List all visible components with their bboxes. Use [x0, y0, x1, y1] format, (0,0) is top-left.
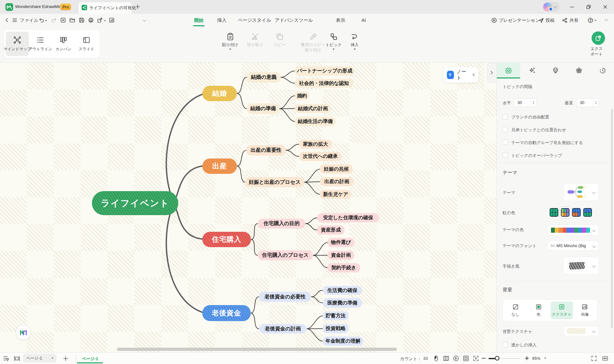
theme-color-dropdown[interactable]: [547, 225, 599, 235]
stepper-arrows[interactable]: ▲▼: [593, 99, 599, 107]
bg-color-option[interactable]: 色: [527, 302, 550, 319]
new-document-icon[interactable]: [60, 17, 66, 23]
theme-font-dropdown[interactable]: Aa MS Mincho (Big: [547, 241, 599, 251]
horizontal-scrollbar[interactable]: [117, 348, 397, 351]
presentation-icon[interactable]: [491, 18, 497, 23]
topic-dropdown-icon[interactable]: [333, 49, 335, 50]
tab-page-style[interactable]: ページスタイル: [238, 14, 271, 27]
rainbow-option-3[interactable]: [572, 208, 581, 217]
mindmap-node[interactable]: 安定した住環境の確保: [317, 213, 379, 222]
print-icon[interactable]: [88, 17, 94, 23]
export-button[interactable]: [592, 31, 605, 45]
share-export-icon[interactable]: [97, 17, 103, 23]
stepper-arrows[interactable]: ▲▼: [530, 99, 536, 107]
save-icon[interactable]: [79, 17, 85, 23]
view-kanban[interactable]: カンバン: [52, 32, 75, 56]
cut-button[interactable]: 切り取り: [244, 32, 266, 57]
mindmap-canvas[interactable]: ライフイベント結婚結婚の意義パートナーシップの形成社会的・法律的な認知結婚の準備…: [0, 63, 497, 352]
mindmap-node[interactable]: 老後資金の計画: [259, 324, 307, 334]
post-icon[interactable]: [538, 18, 544, 23]
panel-tab-clipart[interactable]: [567, 63, 591, 78]
mindmap-node[interactable]: 新生児ケア: [320, 190, 351, 199]
quickbar-overflow-icon[interactable]: [142, 18, 146, 21]
checkbox-align-siblings[interactable]: [503, 127, 508, 132]
checkbox-free-branch[interactable]: [503, 114, 508, 119]
add-page-button[interactable]: [62, 355, 69, 362]
topic-button[interactable]: トピック: [322, 32, 345, 57]
mindmap-node[interactable]: 生活費の確保: [323, 286, 362, 295]
minimize-button[interactable]: [569, 4, 575, 10]
open-file-icon[interactable]: [69, 17, 75, 23]
mindmap-node[interactable]: 貯蓄方法: [323, 311, 349, 320]
bg-texture-option[interactable]: テクスチャ: [551, 302, 573, 319]
checkbox-watermark[interactable]: [503, 342, 508, 347]
mindmap-node[interactable]: 老後資金の必要性: [259, 292, 311, 302]
bg-none-option[interactable]: なし: [504, 302, 527, 319]
fit-screen-icon[interactable]: [473, 355, 479, 362]
panel-collapse-tab[interactable]: [487, 63, 496, 83]
presentation-dropdown-icon[interactable]: [531, 20, 533, 21]
help-icon[interactable]: [588, 18, 593, 23]
vertical-spacing-stepper[interactable]: 30 ▲▼: [576, 98, 599, 107]
panel-tab-style[interactable]: [497, 63, 520, 78]
share-button[interactable]: 共有: [570, 18, 578, 23]
insert-dropdown-icon[interactable]: [354, 49, 356, 50]
undo-dropdown-icon[interactable]: [45, 20, 47, 21]
rainbow-option-2[interactable]: [561, 208, 570, 217]
mindmap-node[interactable]: 投資戦略: [323, 324, 349, 333]
account-avatar[interactable]: [543, 2, 560, 12]
zoom-slider-knob[interactable]: [495, 356, 499, 360]
mindmap-node[interactable]: 次世代への継承: [299, 152, 342, 161]
mindmap-node[interactable]: 出産の計画: [320, 177, 354, 186]
tab-start[interactable]: 開始: [194, 14, 204, 27]
mindmap-node[interactable]: 結婚生活の準備: [295, 117, 336, 126]
panel-scrollbar[interactable]: [611, 109, 613, 328]
fit-selection-icon[interactable]: [463, 355, 469, 362]
mindmap-node[interactable]: 結婚の準備: [247, 103, 279, 114]
document-tab[interactable]: ライフイベントの可視化: [78, 2, 132, 14]
tab-insert[interactable]: 挿入: [217, 14, 227, 27]
mindmap-node[interactable]: 出産の重要性: [246, 145, 286, 156]
panel-tab-ai-style[interactable]: [520, 63, 544, 78]
paste-dropdown-icon[interactable]: [229, 49, 231, 50]
fullscreen-icon[interactable]: [591, 355, 597, 362]
tab-ai[interactable]: AI: [361, 14, 366, 27]
checkbox-topic-overlap[interactable]: [503, 152, 508, 158]
horizontal-spacing-value[interactable]: 30: [514, 99, 530, 107]
mindmap-node[interactable]: 契約手続き: [327, 263, 360, 272]
back-button[interactable]: [4, 17, 10, 23]
mindmap-node[interactable]: 社会的・法律的な認知: [295, 79, 353, 88]
page-view-icon[interactable]: [13, 355, 20, 362]
mindmap-node[interactable]: 資産形成: [317, 225, 344, 235]
mindmap-node[interactable]: 住宅購入: [202, 232, 251, 247]
mindmap-node[interactable]: 結婚の意義: [247, 72, 281, 83]
mindmap-node[interactable]: 住宅購入のプロセス: [258, 250, 313, 260]
panel-tab-sticker[interactable]: [544, 63, 567, 78]
rainbow-option-1[interactable]: [550, 208, 558, 217]
fit-width-icon[interactable]: [602, 355, 609, 362]
view-slide[interactable]: スライド: [75, 32, 98, 56]
autoplay-icon[interactable]: [453, 355, 459, 362]
close-button[interactable]: [602, 4, 608, 10]
mindmap-node[interactable]: 資金計画: [327, 251, 354, 260]
paste-button[interactable]: 貼り付け: [219, 32, 241, 57]
main-menu-icon[interactable]: [12, 17, 18, 23]
mindmap-node[interactable]: 結婚式の計画: [295, 104, 331, 113]
tab-view[interactable]: 表示: [336, 14, 345, 27]
reading-map-icon[interactable]: [443, 355, 449, 362]
handdrawn-dropdown[interactable]: [563, 257, 599, 275]
rainbow-option-4[interactable]: [583, 208, 592, 217]
insert-button[interactable]: 挿入: [344, 32, 365, 57]
mindmap-node[interactable]: 妊娠の兆候: [320, 165, 353, 174]
theme-dropdown[interactable]: [563, 183, 599, 201]
post-button[interactable]: 投稿: [545, 18, 554, 23]
note-collapse-icon[interactable]: [472, 73, 475, 77]
view-outline[interactable]: アウトライン: [29, 32, 52, 56]
share-dropdown-icon[interactable]: [104, 20, 106, 21]
zoom-in-button[interactable]: [524, 356, 529, 361]
mindmap-node[interactable]: 物件選び: [327, 238, 354, 247]
mindmap-node[interactable]: 結婚: [202, 86, 237, 101]
bg-texture-dropdown[interactable]: [563, 326, 599, 336]
mindmap-node[interactable]: 家族の拡大: [299, 140, 332, 149]
zoom-out-button[interactable]: [481, 356, 486, 361]
